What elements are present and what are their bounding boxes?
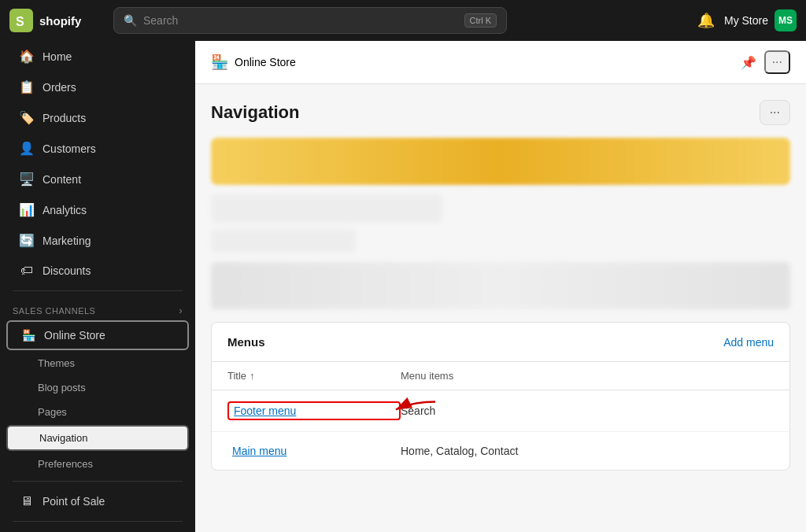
table-header-row: Title ↑ Menu items	[212, 362, 789, 390]
sidebar-item-pos[interactable]: 🖥 Point of Sale	[6, 487, 189, 515]
store-button[interactable]: My Store MS	[724, 9, 797, 31]
navigation-label: Navigation	[39, 432, 87, 444]
top-navigation: S shopify 🔍 Search Ctrl K 🔔 My Store MS	[0, 0, 806, 41]
logo-text: shopify	[39, 14, 81, 28]
blurred-row-3	[211, 262, 790, 309]
sort-icon[interactable]: ↑	[250, 370, 255, 382]
online-store-header-icon: 🏪	[211, 54, 228, 71]
blurred-banner	[211, 138, 790, 185]
content-header-store-label: Online Store	[235, 56, 296, 68]
add-menu-button[interactable]: Add menu	[723, 336, 774, 349]
sales-channels-section: Sales channels ›	[0, 296, 195, 320]
search-placeholder: Search	[143, 14, 178, 27]
orders-icon: 📋	[19, 79, 35, 94]
customers-icon: 👤	[19, 141, 35, 156]
main-menu-link[interactable]: Main menu	[227, 443, 401, 459]
content-area: 🏪 Online Store 📌 ··· Navigation ···	[195, 41, 806, 532]
logo-area[interactable]: S shopify	[9, 9, 104, 32]
online-store-icon: 🏪	[20, 329, 36, 342]
content-header-left: 🏪 Online Store	[211, 54, 296, 71]
search-icon: 🔍	[124, 14, 137, 27]
main-menu-items: Home, Catalog, Contact	[401, 445, 518, 457]
menus-card: Menus Add menu Title ↑ Menu items	[211, 322, 790, 471]
content-icon: 🖥️	[19, 172, 35, 187]
sidebar-divider-2	[13, 481, 183, 482]
sidebar-label-analytics: Analytics	[43, 204, 87, 216]
sidebar-item-discounts[interactable]: 🏷 Discounts	[6, 257, 189, 285]
sidebar-label-online-store: Online Store	[44, 329, 105, 342]
sidebar-item-analytics[interactable]: 📊 Analytics	[6, 195, 189, 224]
blurred-row-1	[211, 194, 442, 223]
sidebar-label-customers: Customers	[43, 142, 96, 155]
sidebar-label-orders: Orders	[43, 81, 76, 94]
page-dots-button[interactable]: ···	[760, 100, 790, 125]
sidebar-item-products[interactable]: 🏷️ Products	[6, 103, 189, 132]
sidebar-label-marketing: Marketing	[43, 235, 91, 247]
menus-title: Menus	[227, 335, 265, 349]
avatar: MS	[775, 9, 797, 31]
themes-label: Themes	[38, 357, 75, 369]
menus-header: Menus Add menu	[212, 323, 789, 362]
sidebar-sub-themes[interactable]: Themes	[6, 352, 189, 375]
page-title: Navigation	[211, 102, 299, 123]
sidebar-item-orders[interactable]: 📋 Orders	[6, 72, 189, 102]
header-more-button[interactable]: ···	[764, 50, 790, 74]
blog-posts-label: Blog posts	[38, 382, 86, 393]
page-title-row: Navigation ···	[211, 100, 790, 125]
sidebar-sub-pages[interactable]: Pages	[6, 401, 189, 423]
sidebar-divider-1	[13, 290, 183, 291]
sidebar: 🏠 Home 📋 Orders 🏷️ Products 👤 Customers …	[0, 41, 195, 532]
store-name: My Store	[724, 14, 768, 27]
sidebar-item-marketing[interactable]: 🔄 Marketing	[6, 226, 189, 255]
analytics-icon: 📊	[19, 202, 35, 217]
page-content: Navigation ··· Menus Add menu Title ↑	[195, 84, 806, 532]
search-shortcut: Ctrl K	[464, 13, 497, 28]
footer-menu-items: Search	[401, 405, 435, 417]
products-icon: 🏷️	[19, 110, 35, 125]
nav-right: 🔔 My Store MS	[697, 9, 797, 31]
svg-text:S: S	[16, 15, 24, 28]
bell-icon[interactable]: 🔔	[697, 12, 715, 29]
preferences-label: Preferences	[38, 458, 93, 470]
table-col-items: Menu items	[401, 370, 453, 382]
pin-icon[interactable]: 📌	[741, 55, 756, 70]
sidebar-item-customers[interactable]: 👤 Customers	[6, 134, 189, 163]
table-col-title: Title ↑	[227, 370, 401, 382]
sidebar-label-home: Home	[43, 50, 72, 63]
shopify-logo-icon: S	[9, 9, 33, 32]
sidebar-sub-navigation[interactable]: Navigation	[6, 425, 189, 451]
marketing-icon: 🔄	[19, 233, 35, 248]
discounts-icon: 🏷	[19, 264, 35, 278]
pos-icon: 🖥	[19, 494, 35, 508]
home-icon: 🏠	[19, 49, 35, 64]
sidebar-label-products: Products	[43, 112, 86, 124]
sidebar-sub-blog-posts[interactable]: Blog posts	[6, 376, 189, 399]
blurred-row-2	[211, 229, 356, 253]
sidebar-item-home[interactable]: 🏠 Home	[6, 42, 189, 71]
navigation-wrapper: ← Navigation	[0, 424, 195, 452]
chevron-right-icon: ›	[179, 305, 183, 316]
content-header-actions: 📌 ···	[741, 50, 790, 74]
sidebar-divider-3	[13, 521, 183, 522]
apps-section: Apps ›	[0, 526, 195, 532]
online-store-wrapper: ← 🏪 Online Store	[6, 320, 189, 350]
content-header: 🏪 Online Store 📌 ···	[195, 41, 806, 84]
sidebar-label-discounts: Discounts	[43, 264, 91, 277]
sidebar-label-content: Content	[43, 173, 81, 186]
sidebar-sub-preferences[interactable]: Preferences	[6, 453, 189, 475]
table-row: Main menu Home, Catalog, Contact	[212, 432, 789, 470]
sidebar-item-online-store[interactable]: 🏪 Online Store	[6, 320, 189, 350]
main-layout: 🏠 Home 📋 Orders 🏷️ Products 👤 Customers …	[0, 41, 806, 532]
footer-menu-link[interactable]: Footer menu	[227, 401, 401, 420]
search-bar[interactable]: 🔍 Search Ctrl K	[113, 7, 507, 34]
table-row: Footer menu Search	[212, 390, 789, 432]
pages-label: Pages	[38, 406, 67, 418]
sidebar-item-content[interactable]: 🖥️ Content	[6, 164, 189, 194]
sidebar-label-pos: Point of Sale	[43, 495, 105, 508]
